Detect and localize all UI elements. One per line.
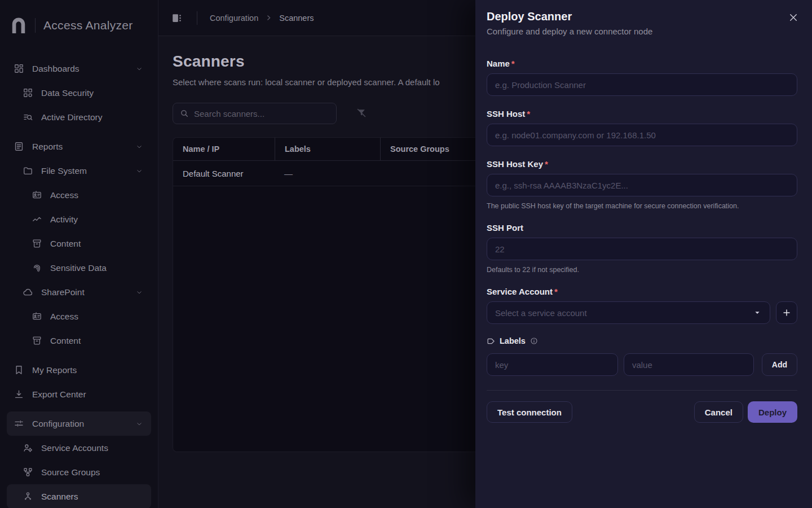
add-label-button[interactable]: Add: [762, 353, 797, 376]
download-icon: [14, 389, 24, 400]
sidebar-item-label: Scanners: [41, 492, 143, 502]
chevron-right-icon: [265, 14, 272, 21]
column-header-name-ip: Name / IP: [173, 138, 275, 160]
ssh-host-field[interactable]: [487, 124, 797, 146]
sidebar-item-access[interactable]: Access: [7, 183, 151, 207]
breadcrumb: Configuration Scanners: [210, 14, 314, 23]
label-value-field[interactable]: [624, 353, 754, 376]
name-field-group: Name*: [487, 59, 797, 96]
ssh-host-key-field[interactable]: [487, 174, 797, 196]
panel-footer: Test connection Cancel Deploy: [487, 401, 797, 423]
sidebar-item-label: Access: [50, 190, 143, 200]
sidebar: Access Analyzer DashboardsData SecurityA…: [0, 0, 158, 508]
sidebar-item-label: Data Security: [41, 88, 143, 98]
sidebar-item-export-center[interactable]: Export Center: [7, 382, 151, 406]
sidebar-item-label: Export Center: [32, 389, 143, 400]
service-account-select[interactable]: Select a service account: [487, 301, 770, 324]
service-account-select-value: Select a service account: [495, 308, 753, 318]
sidebar-item-label: SharePoint: [41, 287, 127, 297]
sidebar-item-label: Access: [50, 312, 143, 322]
panel-header: Deploy Scanner Configure and deploy a ne…: [487, 10, 797, 36]
sidebar-item-label: Service Accounts: [41, 443, 143, 453]
cloud-icon: [23, 287, 33, 297]
ssh-port-field-group: SSH Port Defaults to 22 if not specified…: [487, 223, 797, 274]
required-marker: *: [554, 287, 558, 296]
topbar-divider: [197, 11, 197, 25]
sidebar-item-label: Activity: [50, 214, 143, 225]
reports-icon: [14, 141, 24, 152]
scanner-icon: [23, 491, 33, 502]
search-input[interactable]: [194, 109, 329, 119]
breadcrumb-scanners[interactable]: Scanners: [279, 14, 314, 23]
brand: Access Analyzer: [0, 3, 158, 49]
sidebar-item-activity[interactable]: Activity: [7, 207, 151, 231]
sidebar-item-service-accounts[interactable]: Service Accounts: [7, 436, 151, 460]
sidebar-item-reports[interactable]: Reports: [7, 134, 151, 159]
nav-section-gap: [7, 353, 151, 358]
id-card-icon: [32, 190, 42, 200]
sidebar-item-active-directory[interactable]: Active Directory: [7, 105, 151, 129]
search-icon: [180, 109, 189, 118]
sidebar-item-label: Source Groups: [41, 467, 143, 478]
chevron-down-icon: [135, 288, 143, 296]
deploy-scanner-panel: Deploy Scanner Configure and deploy a ne…: [475, 0, 812, 508]
sidebar-item-data-security[interactable]: Data Security: [7, 81, 151, 105]
sidebar-item-sensitive-data[interactable]: Sensitive Data: [7, 256, 151, 280]
required-marker: *: [511, 59, 515, 68]
sidebar-toggle-icon[interactable]: [170, 11, 184, 25]
caret-down-icon: [753, 308, 762, 317]
labels-label: Labels: [500, 336, 526, 345]
source-groups-icon: [23, 467, 33, 478]
bookmark-icon: [14, 365, 24, 375]
sidebar-item-label: Content: [50, 239, 143, 249]
sidebar-item-sharepoint[interactable]: SharePoint: [7, 280, 151, 304]
label-key-field[interactable]: [487, 353, 618, 376]
sidebar-item-configuration[interactable]: Configuration: [7, 411, 151, 436]
ssh-host-key-field-group: SSH Host Key* The public SSH host key of…: [487, 159, 797, 210]
dashboard-icon: [14, 63, 24, 74]
sidebar-item-label: Content: [50, 336, 143, 346]
labels-input-row: Add: [487, 353, 797, 376]
archive-icon: [32, 335, 42, 346]
panel-divider: [487, 390, 797, 391]
ssh-port-label: SSH Port: [487, 223, 797, 233]
data-security-icon: [23, 87, 33, 98]
name-field[interactable]: [487, 73, 797, 96]
sidebar-item-label: File System: [41, 166, 127, 176]
sidebar-item-dashboards[interactable]: Dashboards: [7, 56, 151, 81]
sidebar-item-label: Dashboards: [32, 64, 127, 74]
app-root: Access Analyzer DashboardsData SecurityA…: [0, 0, 812, 508]
id-card-icon: [32, 311, 42, 322]
sidebar-item-my-reports[interactable]: My Reports: [7, 358, 151, 382]
sidebar-nav: DashboardsData SecurityActive DirectoryR…: [0, 49, 158, 508]
sidebar-item-file-system[interactable]: File System: [7, 159, 151, 183]
breadcrumb-configuration[interactable]: Configuration: [210, 14, 258, 23]
cancel-button[interactable]: Cancel: [694, 401, 743, 423]
required-marker: *: [545, 159, 548, 169]
test-connection-button[interactable]: Test connection: [487, 401, 572, 423]
info-icon[interactable]: [530, 337, 538, 345]
ssh-port-field[interactable]: [487, 238, 797, 260]
sidebar-item-scanners[interactable]: Scanners: [7, 484, 151, 508]
deploy-button[interactable]: Deploy: [748, 401, 797, 423]
activity-icon: [32, 214, 42, 225]
panel-subtitle: Configure and deploy a new connector nod…: [487, 27, 797, 36]
ssh-host-key-hint: The public SSH host key of the target ma…: [487, 202, 797, 210]
chevron-down-icon: [135, 420, 143, 428]
close-icon[interactable]: [788, 12, 798, 23]
ssh-host-key-label: SSH Host Key*: [487, 159, 797, 169]
sidebar-item-label: Active Directory: [41, 112, 143, 122]
sidebar-item-content[interactable]: Content: [7, 329, 151, 353]
folder-icon: [23, 165, 33, 176]
filter-off-icon[interactable]: [356, 107, 368, 120]
sidebar-item-label: Sensitive Data: [50, 263, 143, 273]
column-header-labels: Labels: [275, 138, 380, 160]
chevron-down-icon: [135, 65, 143, 73]
archive-icon: [32, 238, 42, 249]
nav-section-gap: [7, 129, 151, 134]
sidebar-item-access[interactable]: Access: [7, 304, 151, 329]
add-service-account-button[interactable]: [776, 301, 797, 324]
sidebar-item-content[interactable]: Content: [7, 231, 151, 256]
service-account-label: Service Account*: [487, 287, 797, 296]
sidebar-item-source-groups[interactable]: Source Groups: [7, 460, 151, 484]
